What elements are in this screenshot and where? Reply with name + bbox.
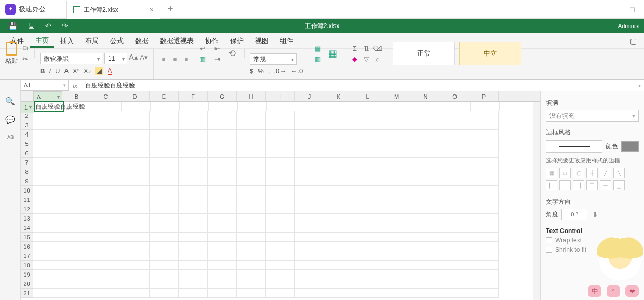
underline-button[interactable]: U [55, 67, 60, 75]
cell-O2[interactable] [440, 111, 469, 120]
font-color-button[interactable]: A [108, 66, 112, 75]
cell-B12[interactable] [62, 204, 91, 214]
cell-H16[interactable] [237, 242, 266, 251]
cell-G20[interactable] [208, 279, 237, 289]
align-top-left-icon[interactable]: ≡ [159, 43, 168, 52]
cell-L9[interactable] [353, 176, 382, 186]
cell-C13[interactable] [91, 214, 120, 223]
cell-K12[interactable] [324, 204, 353, 214]
cell-K19[interactable] [324, 270, 353, 279]
border-hcenter-icon[interactable]: ─ [600, 180, 611, 190]
cell-I4[interactable] [266, 130, 295, 139]
cell-E7[interactable] [150, 158, 179, 167]
cell-E4[interactable] [150, 130, 179, 139]
cell-H14[interactable] [237, 223, 266, 233]
border-top-icon[interactable]: ▔ [586, 180, 598, 190]
cell-K10[interactable] [324, 186, 353, 195]
cell-K21[interactable] [324, 289, 353, 298]
cell-C8[interactable] [91, 167, 120, 176]
maximize-icon[interactable]: ◻ [629, 5, 636, 13]
cell-J3[interactable] [295, 120, 324, 130]
cell-B11[interactable] [62, 195, 91, 204]
cell-C21[interactable] [91, 289, 120, 298]
row-header-18[interactable]: 18 [21, 261, 33, 270]
cell-D5[interactable] [120, 139, 150, 148]
cell-O16[interactable] [440, 242, 469, 251]
cell-G9[interactable] [208, 176, 237, 186]
cell-O4[interactable] [440, 130, 469, 139]
cell-M2[interactable] [382, 111, 411, 120]
redo-icon[interactable]: ↷ [62, 22, 68, 30]
cell-E13[interactable] [150, 214, 179, 223]
cell-N17[interactable] [411, 251, 440, 261]
cell-P18[interactable] [469, 261, 499, 270]
cell-C17[interactable] [91, 251, 120, 261]
cell-F21[interactable] [179, 289, 208, 298]
cell-K11[interactable] [324, 195, 353, 204]
menu-保护[interactable]: 保护 [225, 34, 249, 48]
cell-L14[interactable] [353, 223, 382, 233]
align-bottom-left-icon[interactable]: ≡ [159, 54, 168, 64]
row-header-4[interactable]: 4 [21, 130, 33, 139]
cell-B18[interactable] [62, 261, 91, 270]
cell-N1[interactable] [412, 102, 441, 111]
increase-font-icon[interactable]: A▴ [129, 53, 138, 61]
cell-H13[interactable] [237, 214, 266, 223]
cell-A18[interactable] [33, 261, 62, 270]
cell-I16[interactable] [266, 242, 295, 251]
subscript-button[interactable]: X₂ [84, 67, 91, 75]
cell-J15[interactable] [295, 233, 324, 242]
cell-M6[interactable] [382, 148, 411, 158]
cell-O17[interactable] [440, 251, 469, 261]
cell-A11[interactable] [33, 195, 62, 204]
search-icon[interactable]: 🔍 [5, 97, 15, 106]
cell-L11[interactable] [353, 195, 382, 204]
cell-B5[interactable] [62, 139, 91, 148]
cell-D20[interactable] [120, 279, 150, 289]
row-header-21[interactable]: 21 [21, 289, 33, 298]
cell-B8[interactable] [62, 167, 91, 176]
cell-H4[interactable] [237, 130, 266, 139]
cell-N12[interactable] [411, 204, 440, 214]
cell-O6[interactable] [440, 148, 469, 158]
cell-O14[interactable] [440, 223, 469, 233]
cell-A10[interactable] [33, 186, 62, 195]
cell-I7[interactable] [266, 158, 295, 167]
cell-D15[interactable] [120, 233, 150, 242]
cell-K6[interactable] [324, 148, 353, 158]
cell-I6[interactable] [266, 148, 295, 158]
cell-H2[interactable] [237, 111, 266, 120]
cell-D7[interactable] [120, 158, 150, 167]
column-header-N[interactable]: N [411, 91, 440, 101]
cell-L6[interactable] [353, 148, 382, 158]
column-header-M[interactable]: M [382, 91, 411, 101]
cell-E20[interactable] [150, 279, 179, 289]
cell-P1[interactable] [471, 102, 500, 111]
bold-button[interactable]: B [40, 67, 45, 75]
cell-I1[interactable] [267, 102, 296, 111]
cell-K1[interactable] [325, 102, 354, 111]
cell-J21[interactable] [295, 289, 324, 298]
cell-A5[interactable] [33, 139, 62, 148]
border-bottom-icon[interactable]: ▁ [613, 180, 625, 190]
cell-P4[interactable] [469, 130, 499, 139]
cell-A17[interactable] [33, 251, 62, 261]
cell-P13[interactable] [469, 214, 499, 223]
cell-J17[interactable] [295, 251, 324, 261]
cell-L18[interactable] [353, 261, 382, 270]
filter-icon[interactable]: ▽ [362, 54, 370, 63]
cell-P17[interactable] [469, 251, 499, 261]
cell-F9[interactable] [179, 176, 208, 186]
copy-icon[interactable]: ⧉ [21, 44, 29, 52]
row-header-3[interactable]: 3 [21, 120, 33, 130]
cell-J7[interactable] [295, 158, 324, 167]
cell-E17[interactable] [150, 251, 179, 261]
cell-I21[interactable] [266, 289, 295, 298]
cell-I17[interactable] [266, 251, 295, 261]
mascot-button-1[interactable]: 中 [588, 285, 601, 297]
indent-increase-icon[interactable]: ⇥ [213, 54, 221, 63]
menu-组件[interactable]: 组件 [275, 34, 299, 48]
cell-C9[interactable] [91, 176, 120, 186]
cell-L7[interactable] [353, 158, 382, 167]
row-header-12[interactable]: 12 [21, 204, 33, 214]
